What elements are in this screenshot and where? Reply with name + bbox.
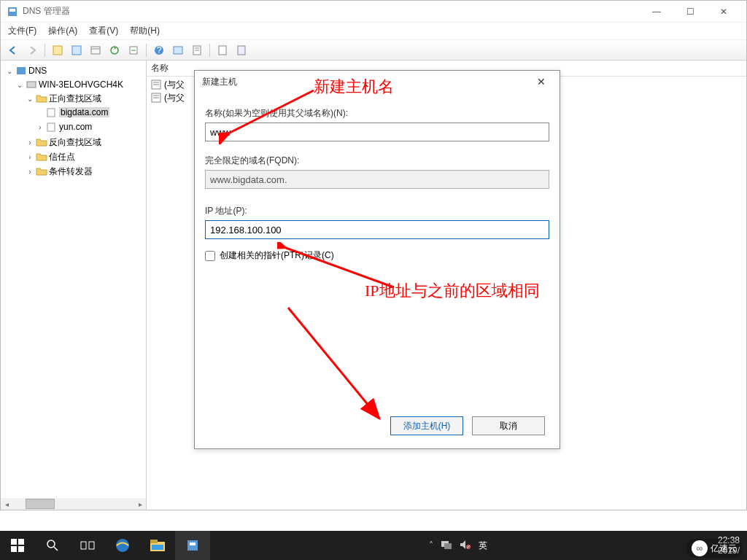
svg-rect-3 [72,46,81,55]
tb-icon-6[interactable] [214,42,231,58]
tree-label: yun.com [59,122,92,132]
svg-rect-18 [47,109,55,117]
host-name-input[interactable] [205,122,549,141]
watermark-icon: ∞ [692,540,708,556]
tree-forward-zones[interactable]: ⌄正向查找区域 [26,92,144,105]
explorer-icon[interactable] [140,531,175,560]
svg-rect-39 [150,540,158,543]
scroll-right-icon[interactable]: ▸ [134,498,146,510]
svg-rect-31 [11,546,17,552]
name-label: 名称(如果为空则使用其父域名称)(N): [205,107,549,120]
svg-rect-16 [17,67,26,74]
dialog-titlebar: 新建主机 ✕ [195,71,560,93]
forward-button[interactable] [24,42,40,58]
svg-rect-10 [174,47,182,54]
start-button[interactable] [0,531,35,560]
svg-rect-32 [18,546,24,552]
export-icon[interactable] [125,42,142,58]
network-icon[interactable] [441,540,452,552]
tree-label: 条件转发器 [49,166,93,178]
ip-address-input[interactable] [205,220,549,239]
ptr-label: 创建相关的指针(PTR)记录(C) [220,249,334,262]
tree-pane[interactable]: ⌄DNS ⌄WIN-3ELOHVGCH4K ⌄正向查找区域 bigdata.co… [1,61,147,510]
tb-icon-1[interactable] [50,42,66,58]
list-item-label: (与父 [164,92,185,104]
dialog-close-button[interactable]: ✕ [530,73,552,90]
watermark: ∞ 亿速云 [686,539,743,558]
maximize-button[interactable]: ☐ [673,1,707,22]
tree-server[interactable]: ⌄WIN-3ELOHVGCH4K [15,78,144,91]
tree-label: 反向查找区域 [49,136,101,149]
tree-label: bigdata.com [59,107,109,117]
add-host-button[interactable]: 添加主机(H) [390,416,463,435]
svg-rect-19 [47,123,55,131]
collapse-icon[interactable]: › [26,167,34,176]
cancel-button[interactable]: 取消 [472,416,545,435]
collapse-icon[interactable]: › [26,152,34,161]
svg-rect-15 [238,46,245,55]
tree-zone-bigdata[interactable]: bigdata.com [36,106,144,119]
tb-icon-3[interactable] [88,42,104,58]
watermark-text: 亿速云 [711,542,737,555]
menu-action[interactable]: 操作(A) [48,25,77,37]
expand-icon[interactable]: ⌄ [5,66,14,75]
dialog-title: 新建主机 [202,76,530,88]
svg-point-33 [47,540,55,548]
volume-icon[interactable] [460,540,471,552]
tb-icon-5[interactable] [189,42,205,58]
scroll-left-icon[interactable]: ◂ [1,498,12,510]
tree-root-dns[interactable]: ⌄DNS [5,64,144,77]
help-icon[interactable]: ? [151,42,167,58]
close-window-button[interactable]: ✕ [707,1,740,22]
fqdn-label: 完全限定的域名(FQDN): [205,155,549,167]
menu-help[interactable]: 帮助(H) [130,25,160,37]
scroll-thumb[interactable] [26,499,55,509]
menu-view[interactable]: 查看(V) [89,25,118,37]
svg-rect-44 [444,543,452,549]
tree-label: WIN-3ELOHVGCH4K [39,79,123,90]
new-host-dialog: 新建主机 ✕ 名称(如果为空则使用其父域名称)(N): 完全限定的域名(FQDN… [194,70,560,449]
toolbar: ? [1,40,746,61]
svg-line-34 [54,547,58,551]
titlebar: DNS 管理器 — ☐ ✕ [1,1,746,23]
expand-icon[interactable]: ⌄ [26,94,34,103]
refresh-icon[interactable] [107,42,123,58]
svg-rect-40 [152,545,163,550]
svg-rect-1 [9,9,15,12]
collapse-icon[interactable]: › [36,122,44,131]
minimize-button[interactable]: — [640,1,673,22]
svg-rect-42 [190,542,196,545]
ime-indicator[interactable]: 英 [479,540,487,552]
tb-icon-7[interactable] [233,42,249,58]
svg-point-37 [116,539,129,552]
taskbar: ˄ 英 22:38 2019/ [0,531,747,560]
svg-rect-30 [18,539,24,545]
back-button[interactable] [5,42,21,58]
expand-icon[interactable]: ⌄ [15,80,24,89]
svg-rect-36 [89,542,94,549]
ptr-checkbox[interactable] [205,251,215,261]
tb-icon-2[interactable] [69,42,85,58]
ip-label: IP 地址(P): [205,205,549,217]
tb-icon-4[interactable] [170,42,186,58]
svg-rect-14 [219,46,226,55]
ie-icon[interactable] [105,531,140,560]
task-view-icon[interactable] [70,531,105,560]
tree-hscrollbar[interactable]: ◂ ▸ [1,498,146,510]
tray-chevron-icon[interactable]: ˄ [429,540,433,551]
tree-trust-points[interactable]: ›信任点 [26,150,144,163]
list-item-label: (与父 [164,79,185,91]
expand-icon [36,108,44,117]
dns-manager-taskbar-icon[interactable] [175,531,210,560]
menu-file[interactable]: 文件(F) [8,25,36,37]
svg-text:?: ? [157,45,162,55]
tree-conditional-forwarders[interactable]: ›条件转发器 [26,165,144,178]
svg-rect-29 [11,539,17,545]
tree-zone-yun[interactable]: ›yun.com [36,120,144,133]
svg-rect-35 [81,542,86,549]
collapse-icon[interactable]: › [26,138,34,147]
search-icon[interactable] [35,531,70,560]
tree-reverse-zones[interactable]: ›反向查找区域 [26,136,144,149]
fqdn-display: www.bigdata.com. [205,170,549,189]
tree-label: DNS [28,66,47,76]
